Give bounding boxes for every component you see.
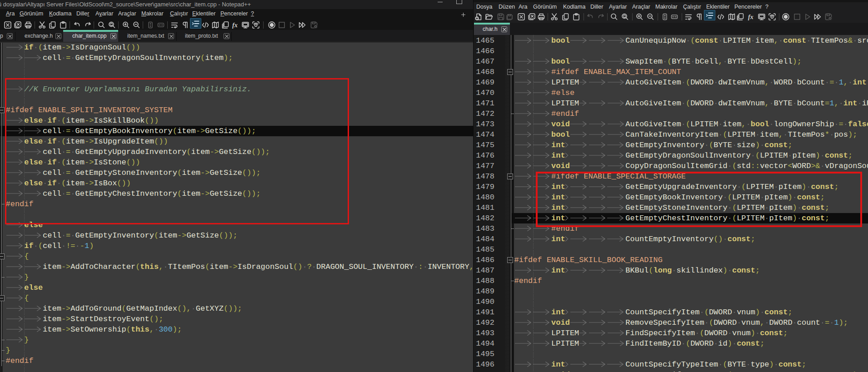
svg-text:fx: fx	[232, 22, 238, 29]
svg-text:fx: fx	[748, 14, 753, 20]
